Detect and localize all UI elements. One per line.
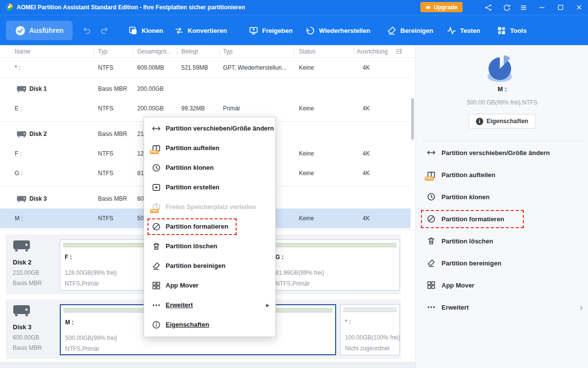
format-icon: [427, 214, 436, 223]
close-button[interactable]: [570, 0, 588, 15]
cell-ausrichtung: 4K: [363, 209, 370, 228]
column-header-gesamt[interactable]: Gesamtgrö...: [137, 45, 171, 58]
apply-button[interactable]: Ausführen: [6, 21, 73, 40]
vertical-scrollbar[interactable]: [411, 98, 414, 140]
menu-item-loeschen[interactable]: Partition löschen: [144, 237, 275, 256]
column-header-typ[interactable]: Typ: [98, 45, 107, 58]
clone-icon: [427, 192, 436, 201]
cell-name: Disk 2: [29, 124, 47, 144]
menu-item-erweitert[interactable]: Erweitert ▶: [144, 295, 275, 315]
advanced-ellipsis-icon: [152, 301, 161, 310]
column-divider: [354, 48, 354, 55]
menu-item-label: App Mover: [166, 276, 198, 295]
column-header-typ2[interactable]: Typ: [223, 45, 232, 58]
partition-label: G :: [275, 254, 284, 261]
column-divider: [133, 48, 133, 55]
partition-label: M :: [65, 319, 74, 326]
advanced-ellipsis-icon: [427, 303, 436, 312]
toolbar-item-konvertieren[interactable]: Konvertieren: [174, 15, 227, 46]
bottom-scroll-strip[interactable]: [0, 362, 416, 368]
test-icon: [447, 26, 456, 35]
menu-item-label: Eigenschaften: [166, 315, 209, 335]
toolbar-item-freigeben[interactable]: Freigeben: [249, 15, 293, 46]
create-partition-icon: [152, 183, 161, 192]
sidebar-action-label: Partition bereinigen: [441, 252, 501, 274]
disk-icon: [17, 131, 26, 138]
toolbar-item-klonen[interactable]: Klonen: [128, 15, 163, 46]
app-mover-icon: [427, 281, 436, 289]
sidebar-action-app-mover[interactable]: App Mover: [416, 274, 588, 296]
menu-item-formatieren[interactable]: Partition formatieren: [144, 217, 275, 237]
sidebar-action-erweitert[interactable]: Erweitert ›: [416, 296, 588, 318]
refresh-icon[interactable]: [499, 0, 514, 15]
pro-badge: PRO: [150, 150, 159, 155]
sidebar-action-verschieben[interactable]: Partition verschieben/Größe ändern: [416, 142, 588, 164]
clone-disk-icon: [128, 26, 138, 35]
toolbar-item-label: Konvertieren: [188, 27, 227, 34]
disk3-label[interactable]: Disk 3 600.00GB Basis MBR: [13, 304, 59, 354]
feedback-nodes-icon[interactable]: [480, 0, 496, 15]
partition-fs: NTFS,Primär: [65, 345, 99, 352]
allocate-space-icon: PRO: [152, 203, 161, 211]
column-header-name[interactable]: Name: [15, 45, 30, 58]
toolbar-item-bereinigen[interactable]: Bereinigen: [387, 15, 433, 46]
upgrade-button[interactable]: Upgrade: [420, 2, 463, 12]
disk2-label[interactable]: Disk 2 210.00GB Basis MBR: [13, 239, 59, 289]
sidebar-action-label: App Mover: [441, 274, 474, 296]
table-row-recovery-partition[interactable]: * : NTFS 609.00MB 521.59MB GPT, Wiederhe…: [0, 58, 411, 78]
table-row-disk1[interactable]: Disk 1 Basis MBR 200.00GB: [0, 79, 411, 99]
maximize-button[interactable]: [552, 0, 569, 15]
table-row-partition-e[interactable]: E : NTFS 200.00GB 99.32MB Primär Keine 4…: [0, 99, 411, 118]
sidebar-action-loeschen[interactable]: Partition löschen: [416, 230, 588, 252]
menu-item-aufteilen[interactable]: PRO Partition aufteilen: [144, 138, 275, 158]
disk-name: Disk 3: [13, 323, 59, 331]
redo-button[interactable]: [98, 26, 111, 35]
sidebar-action-bereinigen[interactable]: Partition bereinigen: [416, 252, 588, 274]
column-header-ausrichtung[interactable]: Ausrichtung: [357, 45, 388, 58]
toolbar-item-testen[interactable]: Testen: [447, 15, 480, 46]
column-divider: [220, 48, 220, 55]
selected-partition-info: 500.00 GB(99% frei),NTFS: [416, 99, 588, 106]
hamburger-menu-icon[interactable]: [515, 0, 531, 15]
menu-item-label: Erweitert: [166, 295, 193, 315]
cell-name: M :: [15, 209, 23, 228]
cell-gesamt: 200.00GB: [137, 79, 164, 99]
toolbar-item-wiederherstellen[interactable]: Wiederherstellen: [306, 15, 370, 46]
partition-block-g[interactable]: G : 81.99GB(99% frei) NTFS,Primär: [270, 239, 400, 290]
menu-item-bereinigen[interactable]: Partition bereinigen: [144, 256, 275, 276]
sidebar-action-klonen[interactable]: Partition klonen: [416, 186, 588, 208]
column-header-status[interactable]: Status: [299, 45, 316, 58]
cell-typ: NTFS: [98, 209, 113, 228]
column-settings-icon[interactable]: [395, 48, 402, 56]
properties-button[interactable]: i Eigenschaften: [468, 114, 536, 129]
properties-button-label: Eigenschaften: [487, 118, 528, 125]
menu-item-erstellen[interactable]: Partition erstellen: [144, 178, 275, 197]
column-header-belegt[interactable]: Belegt: [181, 45, 198, 58]
menu-item-app-mover[interactable]: App Mover: [144, 276, 275, 295]
menu-item-verschieben[interactable]: Partition verschieben/Größe ändern: [144, 119, 275, 138]
partition-info: 128.00GB(99% frei): [65, 269, 117, 276]
menu-item-klonen[interactable]: Partition klonen: [144, 158, 275, 178]
toolbar-item-label: Bereinigen: [400, 27, 433, 34]
menu-item-speicherplatz-verteilen-disabled: PRO Freien Speicherplatz verteilen: [144, 197, 275, 217]
partition-info: 81.99GB(99% frei): [275, 269, 324, 276]
partition-block-unallocated[interactable]: * : 100.00GB(100% frei) Nicht zugeordnet: [340, 304, 400, 355]
undo-button[interactable]: [80, 26, 93, 35]
sidebar-action-aufteilen[interactable]: PRO Partition aufteilen: [416, 164, 588, 186]
partition-label: F :: [65, 254, 72, 261]
cell-belegt: 521.59MB: [181, 58, 208, 78]
minimize-button[interactable]: [533, 0, 551, 15]
sidebar-action-formatieren[interactable]: Partition formatieren: [416, 208, 588, 230]
toolbar-item-label: Klonen: [142, 27, 163, 34]
delete-icon: [152, 242, 161, 251]
cell-typ: Basis MBR: [98, 79, 127, 99]
tools-icon: [497, 26, 506, 35]
pro-badge: PRO: [425, 177, 434, 181]
titlebar: AOMEI Partition Assistant Standard Editi…: [0, 0, 588, 15]
table-header: Name Typ Gesamtgrö... Belegt Typ Status …: [0, 45, 416, 58]
cell-name: G :: [15, 163, 23, 183]
cell-status: Keine: [299, 99, 314, 118]
menu-item-eigenschaften[interactable]: Eigenschaften: [144, 315, 275, 335]
toolbar-item-tools[interactable]: Tools: [497, 15, 527, 46]
cell-typ: NTFS: [98, 58, 113, 78]
